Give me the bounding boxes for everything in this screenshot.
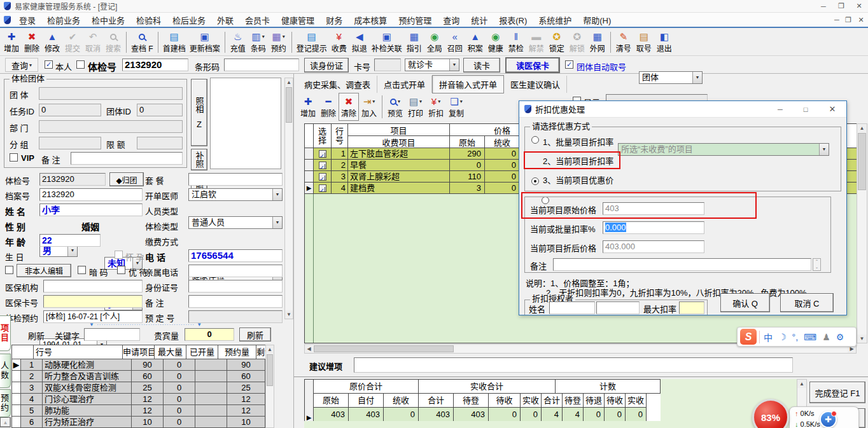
assist-plus-button[interactable]: ✚ [820, 411, 837, 428]
toolbar-button[interactable]: ✚ 增加 [298, 93, 318, 121]
archive-input[interactable]: 2132920 [39, 188, 143, 201]
query-dropdown-button[interactable]: 查询▾ [5, 58, 38, 72]
keyboard-icon[interactable]: ⌨ [804, 332, 816, 342]
confirm-button[interactable]: 确认 Q [720, 293, 770, 312]
toolbar-button[interactable]: ¥ 收费 [329, 29, 349, 55]
dropdown-arrow-icon[interactable]: ▾ [262, 31, 265, 43]
package-input[interactable] [188, 173, 283, 186]
not-self-checkbox[interactable]: ✓ [5, 266, 13, 274]
column-header[interactable]: 待收 [489, 394, 521, 408]
menu-item[interactable]: 检验科 [130, 14, 167, 26]
toolbar-button[interactable]: ¥ ▾ 折扣 [426, 93, 446, 121]
card-type-combo[interactable]: 就诊卡▼ [405, 59, 459, 71]
refresh-link[interactable]: 刷新 [28, 329, 45, 342]
read-insurance-button[interactable]: 读医保卡 [505, 57, 560, 73]
menu-item[interactable]: 统计 [465, 14, 493, 26]
table-row[interactable]: 4 门诊心理治疗 12 0 12 [12, 394, 265, 405]
column-header[interactable]: 待收 [605, 394, 626, 408]
doctor-combo[interactable]: 江启钦▼ [188, 188, 283, 201]
column-header[interactable]: 统收 [384, 394, 419, 408]
order-tab[interactable]: 医生建议确认 [504, 76, 567, 93]
tong-price-header[interactable]: 统收 [485, 136, 520, 148]
menu-item[interactable]: 成本核算 [348, 14, 393, 26]
toolbar-button[interactable]: ▲ 积案 [465, 29, 486, 55]
secret-checkbox[interactable]: ✓ [78, 266, 86, 274]
toolbar-button[interactable]: ▤ 取号 [634, 29, 654, 55]
toolbar-button[interactable]: ✎ 清号 [613, 29, 634, 55]
menu-item[interactable]: 预约管理 [393, 14, 437, 26]
exam-no-input[interactable]: 2132920 [122, 59, 188, 71]
toolbar-button[interactable]: ✚ 增加 [1, 29, 22, 55]
group-note-input[interactable] [71, 152, 183, 165]
self-checkbox[interactable]: ✓ [45, 60, 53, 69]
column-header[interactable]: 合计 [419, 394, 454, 408]
side-tab[interactable]: 预约 [0, 389, 11, 417]
fee-item-header[interactable]: 收费项目 [348, 136, 450, 148]
table-row[interactable]: ▶ 1 动脉硬化检测 90 0 90 [12, 359, 265, 371]
barcode-input[interactable] [224, 59, 299, 71]
column-header[interactable]: 申请项目名称 [123, 345, 155, 359]
menu-item[interactable]: 登录 [13, 14, 41, 26]
toolbar-button[interactable]: ✖ 删除 [22, 29, 42, 55]
form-scrollbar[interactable]: ▲ ▼ [284, 78, 293, 319]
relative-phone-input[interactable] [188, 265, 283, 277]
toolbar-button[interactable]: ▤ ▾ 打印 [405, 93, 426, 121]
column-header[interactable]: 计数 [556, 380, 661, 394]
toolbar-button[interactable]: ▣ 更新档案 [188, 29, 222, 55]
person-type-combo[interactable]: 普通人员▼ [188, 216, 283, 229]
dept-input[interactable] [39, 120, 183, 133]
menu-item[interactable]: 检前业务 [41, 14, 86, 26]
toolbar-button[interactable]: ▤ 首建档 [161, 29, 188, 55]
column-header[interactable]: 实收 [521, 394, 542, 408]
row-checkbox[interactable]: ✓ [319, 150, 326, 158]
finish-register-button[interactable]: 完成登记 F1 [809, 382, 865, 403]
card-input[interactable] [374, 59, 401, 71]
note-spinner[interactable]: ⌃⌄ [813, 258, 821, 271]
menu-item[interactable]: 检中业务 [86, 14, 130, 26]
items-table-vscrollbar[interactable]: ▲ ▼ [857, 123, 867, 343]
minimize-button[interactable]: ─ [815, 3, 832, 10]
close-button[interactable]: ✕ [850, 2, 868, 10]
orig-price-header[interactable]: 原始 [450, 136, 485, 148]
tools-icon[interactable]: ⚙ [836, 332, 844, 342]
menu-item[interactable]: 外联 [211, 14, 239, 26]
dialog-note-input[interactable] [553, 258, 811, 271]
menu-item[interactable]: 会员卡 [239, 14, 276, 26]
take-photo-button[interactable]: 照相 Z [191, 79, 207, 146]
column-header[interactable]: 最大量 [155, 345, 186, 359]
toolbar-button[interactable]: ━ 删除 [318, 93, 339, 121]
toolbar-button[interactable]: ▦ 外网 [587, 29, 608, 55]
menu-item[interactable]: 财务 [320, 14, 348, 26]
name-input[interactable]: 小李 [39, 204, 143, 216]
toolbar-button[interactable]: ✪ 锁定 [547, 29, 567, 55]
toolbar-button[interactable]: 搜索 [103, 29, 123, 55]
keyword-input[interactable] [84, 328, 140, 341]
toolbar-button[interactable]: ▦ 指引 [404, 29, 424, 55]
refresh-button[interactable]: 刷新 [239, 328, 271, 342]
toolbar-button[interactable]: ▬ 解禁 [526, 29, 547, 55]
side-tabs-scroll-button[interactable]: ▲ [0, 417, 11, 427]
insurance-org-input[interactable] [43, 280, 143, 293]
auth-name-input[interactable] [549, 301, 595, 314]
dialog-maximize-button[interactable]: □ [793, 106, 818, 113]
column-header[interactable]: 待退 [584, 394, 605, 408]
quota-table-scrollbar[interactable]: ▲ [265, 345, 274, 428]
toolbar-button[interactable]: ▲ 修改 [42, 29, 62, 55]
toolbar-button[interactable]: ◉ 全局 [424, 29, 445, 55]
dialog-minimize-button[interactable]: ─ [767, 106, 793, 113]
return-group-button[interactable]: ◆归团 [109, 172, 144, 186]
exam-no-checkbox[interactable]: ✓ [76, 60, 85, 69]
read-card-button[interactable]: 读卡 [463, 58, 500, 72]
moon-icon[interactable]: ☽ [778, 332, 787, 342]
menu-item[interactable]: 帮助(H) [577, 14, 617, 26]
toolbar-button[interactable]: ♨ 充值 [228, 29, 248, 55]
column-header[interactable]: 原始 [314, 394, 349, 408]
dropdown-arrow-icon[interactable]: ▾ [460, 96, 463, 107]
group-type-combo[interactable]: 团体▼ [639, 71, 703, 84]
retake-photo-button[interactable]: 补照 [191, 149, 207, 170]
toolbar-button[interactable]: ▥ ▾ 条码 [248, 29, 269, 55]
column-header[interactable]: 行号 [34, 345, 123, 359]
toolbar-button[interactable]: 查档 F [129, 29, 155, 55]
not-self-edit-button[interactable]: 非本人编辑 [17, 264, 71, 277]
column-header[interactable]: 待登 [454, 394, 489, 408]
